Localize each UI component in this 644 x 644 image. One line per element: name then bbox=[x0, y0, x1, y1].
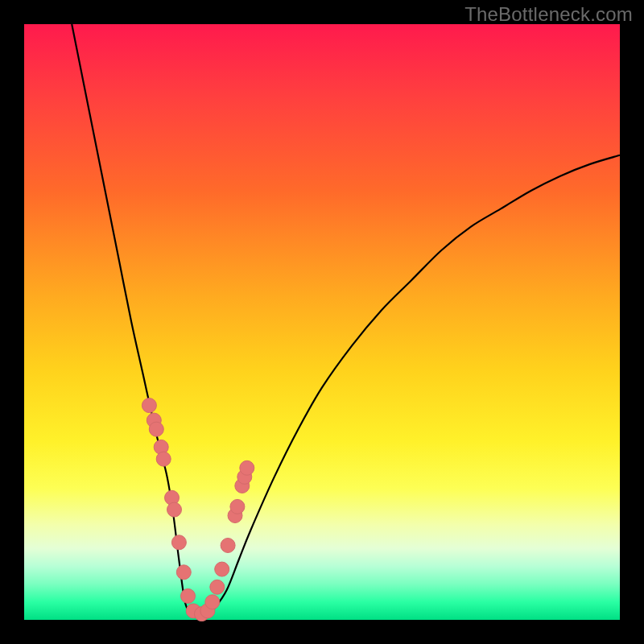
marker-dot bbox=[230, 499, 245, 514]
chart-svg bbox=[24, 24, 620, 620]
marker-dot bbox=[215, 562, 229, 576]
marker-dot bbox=[149, 422, 163, 436]
bottleneck-curve bbox=[72, 24, 620, 617]
marker-dot bbox=[171, 535, 186, 550]
marker-dot bbox=[167, 502, 182, 517]
marker-dot bbox=[210, 580, 225, 594]
marker-dot bbox=[156, 452, 171, 466]
watermark-text: TheBottleneck.com bbox=[464, 3, 633, 26]
chart-frame: TheBottleneck.com bbox=[0, 0, 644, 644]
marker-dot bbox=[221, 539, 235, 553]
marker-group bbox=[142, 398, 254, 621]
marker-dot bbox=[176, 565, 191, 580]
marker-dot bbox=[142, 398, 156, 413]
marker-dot bbox=[181, 588, 196, 603]
marker-dot bbox=[205, 595, 220, 609]
marker-dot bbox=[240, 460, 254, 475]
